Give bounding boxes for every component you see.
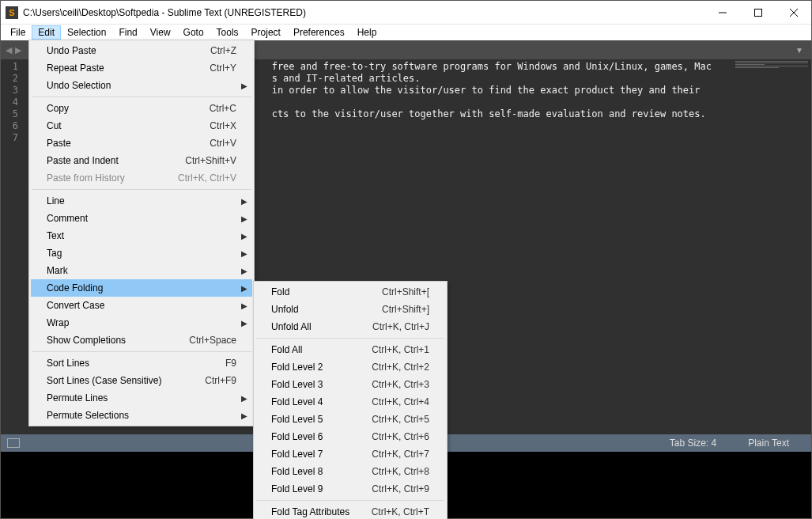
edit-menu-item-paste-and-indent[interactable]: Paste and IndentCtrl+Shift+V: [31, 152, 252, 169]
folding-item-fold[interactable]: FoldCtrl+Shift+[: [255, 283, 445, 301]
edit-menu-item-code-folding[interactable]: Code Folding▶: [31, 279, 252, 297]
menu-item-label: Permute Selections: [47, 410, 236, 421]
menu-item-label: Fold: [271, 286, 382, 297]
menu-project[interactable]: Project: [245, 25, 287, 40]
menu-item-label: Paste and Indent: [47, 155, 185, 166]
menu-item-label: Comment: [47, 213, 236, 224]
menu-item-shortcut: Ctrl+K, Ctrl+4: [372, 396, 429, 407]
folding-item-fold-all[interactable]: Fold AllCtrl+K, Ctrl+1: [255, 341, 445, 358]
menu-item-label: Code Folding: [47, 282, 236, 294]
menu-separator: [32, 351, 251, 352]
edit-menu-item-wrap[interactable]: Wrap▶: [31, 314, 252, 331]
submenu-arrow-icon: ▶: [241, 197, 247, 206]
code-folding-submenu: FoldCtrl+Shift+[UnfoldCtrl+Shift+]Unfold…: [253, 281, 448, 519]
folding-item-fold-level-9[interactable]: Fold Level 9Ctrl+K, Ctrl+9: [255, 480, 445, 498]
menu-item-label: Paste: [47, 138, 210, 149]
menu-tools[interactable]: Tools: [210, 25, 245, 40]
menu-item-shortcut: Ctrl+K, Ctrl+9: [372, 483, 429, 494]
minimize-button[interactable]: [704, 1, 740, 24]
menu-item-shortcut: Ctrl+V: [210, 138, 236, 149]
menu-item-shortcut: Ctrl+X: [210, 120, 236, 131]
menu-item-label: Fold Level 5: [271, 414, 372, 425]
edit-menu-item-mark[interactable]: Mark▶: [31, 262, 252, 279]
line-number: 5: [1, 108, 26, 120]
submenu-arrow-icon: ▶: [241, 249, 247, 258]
folding-item-fold-level-6[interactable]: Fold Level 6Ctrl+K, Ctrl+6: [255, 428, 445, 445]
folding-item-fold-level-8[interactable]: Fold Level 8Ctrl+K, Ctrl+8: [255, 463, 445, 480]
menu-item-shortcut: Ctrl+K, Ctrl+J: [372, 321, 429, 332]
folding-item-fold-level-4[interactable]: Fold Level 4Ctrl+K, Ctrl+4: [255, 393, 445, 411]
menu-item-label: Fold Level 4: [271, 396, 372, 407]
line-number: 3: [1, 85, 26, 97]
menu-preferences[interactable]: Preferences: [287, 25, 351, 40]
minimap[interactable]: [732, 59, 811, 434]
menu-item-shortcut: Ctrl+K, Ctrl+1: [372, 344, 429, 355]
app-icon: S: [6, 6, 18, 19]
folding-item-unfold[interactable]: UnfoldCtrl+Shift+]: [255, 301, 445, 318]
menu-item-shortcut: Ctrl+K, Ctrl+2: [372, 362, 429, 373]
window-title: C:\Users\ceili\Desktop\Softpedia - Subli…: [23, 7, 704, 18]
menu-item-label: Text: [47, 230, 236, 241]
edit-menu-item-undo-selection[interactable]: Undo Selection▶: [31, 77, 252, 94]
submenu-arrow-icon: ▶: [241, 81, 247, 90]
menu-separator: [256, 338, 444, 339]
tab-next-icon[interactable]: ▶: [13, 45, 23, 55]
tab-prev-icon[interactable]: ◀: [4, 45, 13, 55]
menu-item-label: Undo Paste: [47, 45, 210, 56]
folding-item-fold-level-3[interactable]: Fold Level 3Ctrl+K, Ctrl+3: [255, 376, 445, 393]
menu-item-label: Convert Case: [47, 300, 236, 311]
submenu-arrow-icon: ▶: [241, 284, 247, 293]
status-tab-size[interactable]: Tab Size: 4: [654, 438, 732, 449]
line-number: 7: [1, 132, 26, 144]
close-button[interactable]: [776, 1, 811, 24]
edit-menu-item-tag[interactable]: Tag▶: [31, 244, 252, 262]
window-controls: [704, 1, 811, 24]
folding-item-fold-level-7[interactable]: Fold Level 7Ctrl+K, Ctrl+7: [255, 445, 445, 463]
menu-separator: [256, 500, 444, 501]
menu-edit[interactable]: Edit: [32, 25, 61, 40]
edit-menu-item-copy[interactable]: CopyCtrl+C: [31, 100, 252, 117]
menu-goto[interactable]: Goto: [177, 25, 210, 40]
edit-menu-item-comment[interactable]: Comment▶: [31, 210, 252, 227]
menu-separator: [32, 189, 251, 190]
folding-item-unfold-all[interactable]: Unfold AllCtrl+K, Ctrl+J: [255, 318, 445, 335]
edit-menu-item-show-completions[interactable]: Show CompletionsCtrl+Space: [31, 331, 252, 349]
edit-menu-item-permute-lines[interactable]: Permute Lines▶: [31, 389, 252, 407]
menubar: FileEditSelectionFindViewGotoToolsProjec…: [1, 25, 811, 40]
menu-find[interactable]: Find: [112, 25, 143, 40]
menu-help[interactable]: Help: [351, 25, 383, 40]
edit-menu-item-undo-paste[interactable]: Undo PasteCtrl+Z: [31, 42, 252, 59]
edit-menu-item-sort-lines-case-sensitive-[interactable]: Sort Lines (Case Sensitive)Ctrl+F9: [31, 372, 252, 389]
menu-item-label: Fold Level 6: [271, 431, 372, 442]
edit-menu: Undo PasteCtrl+ZRepeat PasteCtrl+YUndo S…: [28, 40, 255, 426]
status-syntax[interactable]: Plain Text: [732, 438, 805, 449]
tab-dropdown-icon[interactable]: ▼: [791, 46, 808, 55]
folding-item-fold-level-2[interactable]: Fold Level 2Ctrl+K, Ctrl+2: [255, 358, 445, 376]
submenu-arrow-icon: ▶: [241, 411, 247, 420]
maximize-icon: [754, 9, 762, 17]
menu-item-label: Fold All: [271, 344, 372, 355]
edit-menu-item-line[interactable]: Line▶: [31, 192, 252, 210]
edit-menu-item-convert-case[interactable]: Convert Case▶: [31, 297, 252, 314]
maximize-button[interactable]: [740, 1, 776, 24]
gutter: 1234567: [1, 59, 26, 434]
menu-selection[interactable]: Selection: [61, 25, 112, 40]
menu-item-shortcut: F9: [225, 358, 236, 369]
edit-menu-item-cut[interactable]: CutCtrl+X: [31, 117, 252, 134]
panel-switcher-icon[interactable]: [7, 438, 20, 448]
edit-menu-item-sort-lines[interactable]: Sort LinesF9: [31, 354, 252, 372]
menu-item-shortcut: Ctrl+Y: [210, 63, 236, 74]
menu-item-label: Sort Lines (Case Sensitive): [47, 375, 205, 386]
folding-item-fold-level-5[interactable]: Fold Level 5Ctrl+K, Ctrl+5: [255, 411, 445, 428]
edit-menu-item-permute-selections[interactable]: Permute Selections▶: [31, 407, 252, 424]
menu-item-shortcut: Ctrl+F9: [205, 375, 236, 386]
menu-item-label: Unfold All: [271, 321, 372, 332]
menu-item-label: Fold Level 8: [271, 466, 372, 477]
edit-menu-item-paste[interactable]: PasteCtrl+V: [31, 134, 252, 152]
menu-file[interactable]: File: [4, 25, 32, 40]
menu-item-label: Wrap: [47, 317, 236, 328]
folding-item-fold-tag-attributes[interactable]: Fold Tag AttributesCtrl+K, Ctrl+T: [255, 503, 445, 519]
edit-menu-item-repeat-paste[interactable]: Repeat PasteCtrl+Y: [31, 59, 252, 77]
menu-view[interactable]: View: [144, 25, 177, 40]
edit-menu-item-text[interactable]: Text▶: [31, 227, 252, 244]
